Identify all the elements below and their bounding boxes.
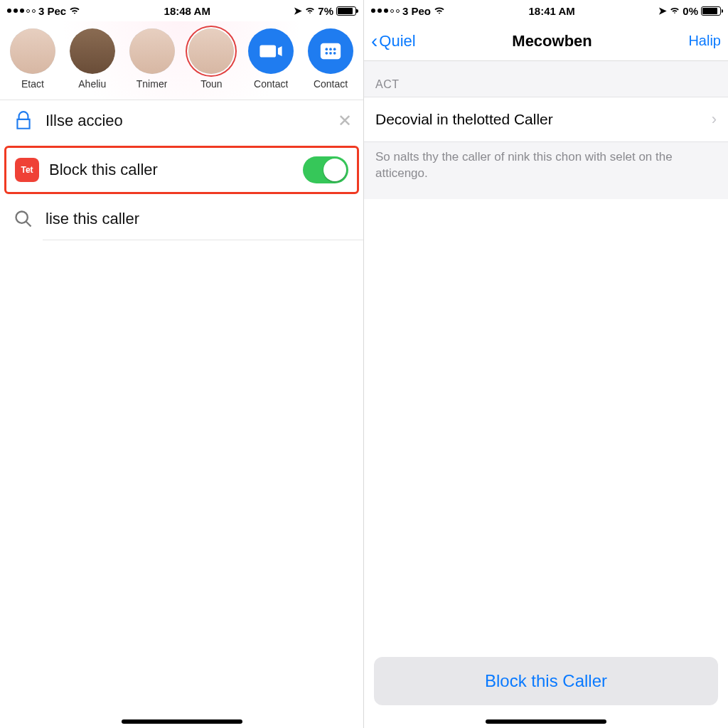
wifi-icon xyxy=(434,6,445,15)
favorite-action-keypad[interactable]: Contact xyxy=(302,28,359,90)
lock-icon xyxy=(11,109,36,133)
block-caller-button[interactable]: Block this Caller xyxy=(374,657,718,705)
block-app-icon: Tet xyxy=(15,158,39,182)
settings-row-decovial[interactable]: Decovial in thelotted Caller › xyxy=(364,97,728,142)
svg-point-7 xyxy=(16,212,28,223)
svg-point-2 xyxy=(329,48,332,50)
row-divider xyxy=(43,240,363,240)
status-time: 18:48 AM xyxy=(164,5,210,17)
keypad-icon xyxy=(308,28,353,74)
wifi-icon xyxy=(69,6,80,15)
status-bar: 3 Pec 18:48 AM ➤ 7% xyxy=(0,0,363,21)
section-header: ACT xyxy=(364,61,728,97)
avatar-photo xyxy=(129,28,175,74)
svg-point-4 xyxy=(326,52,328,55)
video-icon xyxy=(248,28,294,74)
status-right: ➤ 7% xyxy=(294,5,356,17)
favorite-label: Tnimer xyxy=(136,78,168,90)
action-sheet: Block this Caller xyxy=(374,657,718,705)
favorite-action-video[interactable]: Contact xyxy=(242,28,299,90)
signal-dots-icon xyxy=(371,9,400,13)
favorites-row: Etact Aheliu Tnimer Toun Contact xyxy=(0,21,363,100)
chevron-right-icon: › xyxy=(712,110,717,129)
battery-pct: 0% xyxy=(682,5,698,17)
status-left: 3 Peo xyxy=(371,5,445,17)
signal-dots-icon xyxy=(7,9,36,13)
row-label: lise this caller xyxy=(46,210,139,228)
svg-point-6 xyxy=(333,52,336,55)
section-footer-note: So nalts thy the caller of nink this cho… xyxy=(364,142,728,199)
block-toggle[interactable] xyxy=(303,156,348,183)
favorite-label: Contact xyxy=(314,78,348,90)
chevron-left-icon: ‹ xyxy=(371,30,378,53)
svg-line-8 xyxy=(26,222,31,227)
home-indicator[interactable] xyxy=(486,719,606,724)
home-indicator[interactable] xyxy=(122,719,242,724)
avatar-photo xyxy=(70,28,115,74)
favorite-contact[interactable]: Etact xyxy=(4,28,61,90)
list-row-accieo[interactable]: Illse accieo ✕ xyxy=(0,100,363,141)
search-icon xyxy=(11,207,36,231)
favorite-contact[interactable]: Aheliu xyxy=(64,28,121,90)
nav-title: Mecowben xyxy=(512,32,592,50)
nav-action-button[interactable]: Halip xyxy=(688,33,721,49)
phone-screen-left: 3 Pec 18:48 AM ➤ 7% Etact Aheliu xyxy=(0,0,364,728)
nav-bar: ‹ Quiel Mecowben Halip xyxy=(364,21,728,61)
battery-icon xyxy=(701,6,721,16)
carrier-label: 3 Pec xyxy=(38,5,66,17)
status-right: ➤ 0% xyxy=(658,5,721,17)
wifi-icon xyxy=(305,6,315,15)
avatar-photo xyxy=(188,28,234,74)
wifi-icon xyxy=(670,6,680,15)
svg-rect-0 xyxy=(321,43,341,60)
favorite-label: Contact xyxy=(254,78,288,90)
favorite-label: Etact xyxy=(21,78,44,90)
favorite-contact[interactable]: Toun xyxy=(183,28,240,90)
favorite-label: Toun xyxy=(200,78,222,90)
location-icon: ➤ xyxy=(658,5,667,16)
svg-point-3 xyxy=(333,48,336,50)
row-label: Illse accieo xyxy=(46,112,123,130)
battery-icon xyxy=(336,6,356,16)
back-button[interactable]: ‹ Quiel xyxy=(371,30,416,53)
list-row-search-caller[interactable]: lise this caller xyxy=(0,198,363,240)
status-bar: 3 Peo 18:41 AM ➤ 0% xyxy=(364,0,728,21)
favorite-label: Aheliu xyxy=(78,78,106,90)
row-label: Block this caller xyxy=(49,161,158,179)
status-time: 18:41 AM xyxy=(529,5,575,17)
empty-body xyxy=(364,199,728,711)
svg-point-5 xyxy=(329,52,332,55)
row-label: Decovial in thelotted Caller xyxy=(375,111,553,128)
phone-screen-right: 3 Peo 18:41 AM ➤ 0% ‹ Quiel Mecowben Hal… xyxy=(364,0,728,728)
back-label: Quiel xyxy=(379,32,415,50)
close-icon[interactable]: ✕ xyxy=(338,111,352,131)
location-icon: ➤ xyxy=(294,5,302,16)
battery-pct: 7% xyxy=(318,5,333,17)
status-left: 3 Pec xyxy=(7,5,80,17)
svg-point-1 xyxy=(326,48,328,50)
favorite-contact[interactable]: Tnimer xyxy=(124,28,181,90)
carrier-label: 3 Peo xyxy=(402,5,431,17)
block-caller-row[interactable]: Tet Block this caller xyxy=(4,146,359,194)
avatar-photo xyxy=(10,28,55,74)
